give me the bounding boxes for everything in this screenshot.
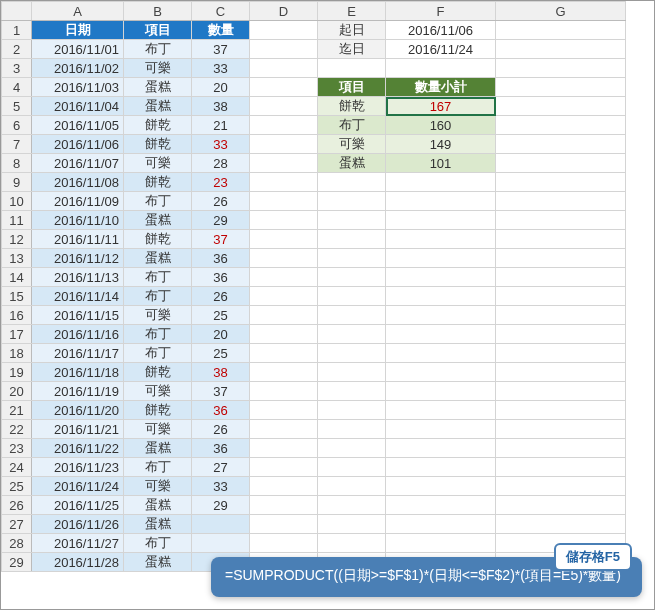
row-12[interactable]: 12 [2, 230, 32, 249]
cell-F15[interactable] [386, 287, 496, 306]
cell-G10[interactable] [496, 192, 626, 211]
cell-F9[interactable] [386, 173, 496, 192]
cell-A13[interactable]: 2016/11/12 [32, 249, 124, 268]
cell-E3[interactable] [318, 59, 386, 78]
row-3[interactable]: 3 [2, 59, 32, 78]
cell-D28[interactable] [250, 534, 318, 553]
cell-G22[interactable] [496, 420, 626, 439]
cell-G24[interactable] [496, 458, 626, 477]
cell-D11[interactable] [250, 211, 318, 230]
cell-G5[interactable] [496, 97, 626, 116]
cell-F21[interactable] [386, 401, 496, 420]
row-25[interactable]: 25 [2, 477, 32, 496]
cell-C12[interactable]: 37 [192, 230, 250, 249]
cell-E23[interactable] [318, 439, 386, 458]
cell-F10[interactable] [386, 192, 496, 211]
cell-A26[interactable]: 2016/11/25 [32, 496, 124, 515]
cell-G20[interactable] [496, 382, 626, 401]
cell-E16[interactable] [318, 306, 386, 325]
cell-C9[interactable]: 23 [192, 173, 250, 192]
row-18[interactable]: 18 [2, 344, 32, 363]
cell-G17[interactable] [496, 325, 626, 344]
cell-D24[interactable] [250, 458, 318, 477]
cell-F7[interactable]: 149 [386, 135, 496, 154]
cell-D13[interactable] [250, 249, 318, 268]
col-F[interactable]: F [386, 2, 496, 21]
cell-A9[interactable]: 2016/11/08 [32, 173, 124, 192]
cell-E6[interactable]: 布丁 [318, 116, 386, 135]
cell-B13[interactable]: 蛋糕 [124, 249, 192, 268]
cell-E19[interactable] [318, 363, 386, 382]
cell-C13[interactable]: 36 [192, 249, 250, 268]
cell-C20[interactable]: 37 [192, 382, 250, 401]
cell-C19[interactable]: 38 [192, 363, 250, 382]
cell-E24[interactable] [318, 458, 386, 477]
cell-E25[interactable] [318, 477, 386, 496]
col-D[interactable]: D [250, 2, 318, 21]
cell-G16[interactable] [496, 306, 626, 325]
cell-F27[interactable] [386, 515, 496, 534]
cell-D23[interactable] [250, 439, 318, 458]
cell-G25[interactable] [496, 477, 626, 496]
cell-A2[interactable]: 2016/11/01 [32, 40, 124, 59]
row-13[interactable]: 13 [2, 249, 32, 268]
cell-A3[interactable]: 2016/11/02 [32, 59, 124, 78]
row-27[interactable]: 27 [2, 515, 32, 534]
cell-B6[interactable]: 餅乾 [124, 116, 192, 135]
cell-F16[interactable] [386, 306, 496, 325]
cell-E13[interactable] [318, 249, 386, 268]
cell-E18[interactable] [318, 344, 386, 363]
cell-D25[interactable] [250, 477, 318, 496]
cell-C2[interactable]: 37 [192, 40, 250, 59]
row-29[interactable]: 29 [2, 553, 32, 572]
cell-D20[interactable] [250, 382, 318, 401]
cell-A21[interactable]: 2016/11/20 [32, 401, 124, 420]
cell-C3[interactable]: 33 [192, 59, 250, 78]
cell-C21[interactable]: 36 [192, 401, 250, 420]
cell-E12[interactable] [318, 230, 386, 249]
cell-G11[interactable] [496, 211, 626, 230]
cell-C4[interactable]: 20 [192, 78, 250, 97]
row-23[interactable]: 23 [2, 439, 32, 458]
cell-E1[interactable]: 起日 [318, 21, 386, 40]
cell-E5[interactable]: 餅乾 [318, 97, 386, 116]
cell-A23[interactable]: 2016/11/22 [32, 439, 124, 458]
cell-C16[interactable]: 25 [192, 306, 250, 325]
cell-A6[interactable]: 2016/11/05 [32, 116, 124, 135]
cell-F13[interactable] [386, 249, 496, 268]
row-10[interactable]: 10 [2, 192, 32, 211]
cell-E26[interactable] [318, 496, 386, 515]
cell-B10[interactable]: 布丁 [124, 192, 192, 211]
cell-F2[interactable]: 2016/11/24 [386, 40, 496, 59]
row-19[interactable]: 19 [2, 363, 32, 382]
cell-G9[interactable] [496, 173, 626, 192]
cell-G6[interactable] [496, 116, 626, 135]
cell-G26[interactable] [496, 496, 626, 515]
cell-C28[interactable] [192, 534, 250, 553]
col-C[interactable]: C [192, 2, 250, 21]
cell-G12[interactable] [496, 230, 626, 249]
cell-D21[interactable] [250, 401, 318, 420]
row-24[interactable]: 24 [2, 458, 32, 477]
cell-E17[interactable] [318, 325, 386, 344]
cell-F8[interactable]: 101 [386, 154, 496, 173]
cell-F12[interactable] [386, 230, 496, 249]
cell-G4[interactable] [496, 78, 626, 97]
cell-B24[interactable]: 布丁 [124, 458, 192, 477]
cell-F4[interactable]: 數量小計 [386, 78, 496, 97]
cell-A10[interactable]: 2016/11/09 [32, 192, 124, 211]
cell-B7[interactable]: 餅乾 [124, 135, 192, 154]
cell-A14[interactable]: 2016/11/13 [32, 268, 124, 287]
cell-D22[interactable] [250, 420, 318, 439]
cell-B9[interactable]: 餅乾 [124, 173, 192, 192]
cell-B28[interactable]: 布丁 [124, 534, 192, 553]
cell-F20[interactable] [386, 382, 496, 401]
cell-B3[interactable]: 可樂 [124, 59, 192, 78]
cell-B15[interactable]: 布丁 [124, 287, 192, 306]
cell-B5[interactable]: 蛋糕 [124, 97, 192, 116]
cell-F26[interactable] [386, 496, 496, 515]
cell-A18[interactable]: 2016/11/17 [32, 344, 124, 363]
cell-A4[interactable]: 2016/11/03 [32, 78, 124, 97]
cell-C26[interactable]: 29 [192, 496, 250, 515]
col-B[interactable]: B [124, 2, 192, 21]
